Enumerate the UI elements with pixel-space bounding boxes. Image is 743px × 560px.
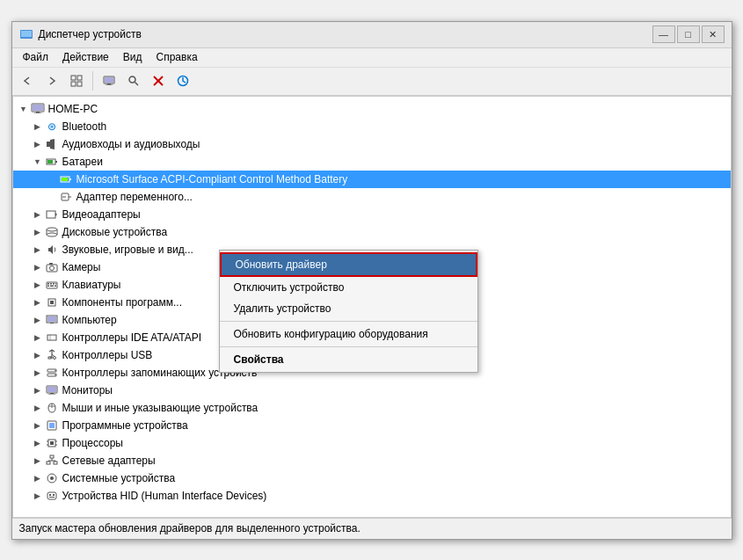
adapter-icon — [59, 190, 73, 204]
maximize-button[interactable]: □ — [677, 25, 700, 43]
processor-toggle[interactable]: ▶ — [31, 436, 45, 450]
context-menu: Обновить драйвер Отключить устройство Уд… — [219, 250, 478, 373]
menu-action[interactable]: Действие — [55, 49, 116, 65]
battery-toggle[interactable]: ▼ — [31, 155, 45, 169]
battery-icon — [45, 155, 59, 169]
svg-point-33 — [47, 233, 57, 236]
back-button[interactable] — [16, 69, 39, 92]
audio-toggle[interactable]: ▶ — [31, 137, 45, 151]
svg-rect-64 — [47, 387, 56, 392]
computer2-icon — [45, 313, 59, 327]
svg-rect-86 — [47, 492, 56, 499]
close-button[interactable]: ✕ — [702, 25, 725, 43]
svg-rect-78 — [47, 462, 50, 464]
ctx-refresh-hardware[interactable]: Обновить конфигурацию оборудования — [220, 324, 477, 345]
tree-item-system[interactable]: ▶ Системные устройства — [13, 469, 731, 487]
tree-item-battery-child1[interactable]: Microsoft Surface ACPI-Compliant Control… — [13, 171, 731, 188]
svg-rect-1 — [21, 31, 32, 37]
tree-item-processor[interactable]: ▶ Процессоры — [13, 434, 731, 452]
svg-point-62 — [55, 374, 56, 375]
svg-rect-41 — [47, 283, 49, 285]
battery-child1-label: Microsoft Surface ACPI-Compliant Control… — [76, 173, 348, 185]
camera-toggle[interactable]: ▶ — [31, 260, 45, 274]
svg-rect-10 — [106, 85, 113, 86]
mouse-toggle[interactable]: ▶ — [31, 401, 45, 415]
svg-rect-8 — [105, 77, 113, 83]
tree-item-disk[interactable]: ▶ Дисковые устройства — [13, 223, 731, 241]
processor-label: Процессоры — [62, 437, 124, 449]
hid-label: Устройства HID (Human Interface Devices) — [62, 490, 267, 502]
search-button[interactable] — [122, 69, 145, 92]
svg-rect-70 — [49, 423, 55, 428]
ctx-uninstall-device[interactable]: Удалить устройство — [220, 298, 477, 319]
view-button[interactable] — [65, 69, 88, 92]
svg-point-61 — [55, 369, 56, 371]
hid-toggle[interactable]: ▶ — [31, 489, 45, 503]
tree-root[interactable]: ▼ HOME-PC — [13, 100, 731, 118]
monitor-toggle[interactable]: ▶ — [31, 383, 45, 397]
tree-item-mouse[interactable]: ▶ Мыши и иные указывающие устройства — [13, 399, 731, 417]
tree-item-hid[interactable]: ▶ Устройства HID (Human Interface Device… — [13, 487, 731, 505]
disk-toggle[interactable]: ▶ — [31, 225, 45, 239]
storage-toggle[interactable]: ▶ — [31, 366, 45, 380]
tree-item-audio[interactable]: ▶ Аудиовходы и аудиовыходы — [13, 135, 731, 153]
computer-button[interactable] — [98, 69, 120, 92]
ctx-disable-device[interactable]: Отключить устройство — [220, 277, 477, 298]
usb-icon — [45, 348, 59, 362]
tree-item-program[interactable]: ▶ Программные устройства — [13, 417, 731, 434]
forward-button[interactable] — [40, 69, 63, 92]
mouse-icon — [45, 401, 59, 415]
tree-item-network[interactable]: ▶ Сетевые адаптеры — [13, 452, 731, 469]
video-toggle[interactable]: ▶ — [31, 207, 45, 222]
svg-point-38 — [49, 265, 54, 270]
status-text: Запуск мастера обновления драйверов для … — [19, 522, 361, 535]
system-label: Системные устройства — [62, 472, 176, 484]
svg-rect-25 — [62, 178, 68, 181]
menu-bar: Файл Действие Вид Справка — [12, 48, 732, 68]
svg-rect-87 — [49, 494, 51, 496]
tree-item-battery[interactable]: ▼ Батареи — [13, 153, 731, 171]
tree-item-video[interactable]: ▶ Видеоадаптеры — [13, 206, 731, 223]
monitor-label: Мониторы — [62, 384, 113, 396]
svg-rect-66 — [48, 394, 55, 395]
remove-button[interactable] — [147, 69, 170, 92]
component-icon — [45, 295, 59, 309]
component-toggle[interactable]: ▶ — [31, 295, 45, 309]
network-toggle[interactable]: ▶ — [31, 454, 45, 468]
svg-rect-2 — [23, 38, 30, 39]
svg-rect-5 — [71, 82, 76, 86]
disk-icon — [45, 225, 59, 239]
device-manager-window: Диспетчер устройств — □ ✕ Файл Действие … — [11, 21, 732, 540]
ide-label: Контроллеры IDE ATA/ATAPI — [62, 331, 202, 344]
tree-item-battery-child2[interactable]: Адаптер переменного... — [13, 188, 731, 206]
system-toggle[interactable]: ▶ — [31, 471, 45, 485]
window-icon — [19, 27, 33, 41]
hid-icon — [45, 489, 59, 503]
svg-rect-88 — [53, 494, 55, 496]
ide-toggle[interactable]: ▶ — [31, 331, 45, 345]
menu-help[interactable]: Справка — [149, 49, 205, 65]
svg-rect-65 — [50, 393, 54, 394]
usb-toggle[interactable]: ▶ — [31, 348, 45, 362]
keyboard-toggle[interactable]: ▶ — [31, 278, 45, 292]
main-content: ▼ HOME-PC ▶ ⊛ Bluetooth — [12, 96, 732, 518]
computer-toggle[interactable]: ▶ — [31, 313, 45, 327]
svg-rect-45 — [47, 285, 49, 287]
svg-rect-39 — [49, 263, 53, 265]
ctx-update-driver[interactable]: Обновить драйвер — [220, 252, 477, 277]
svg-rect-17 — [33, 105, 43, 111]
update-button[interactable] — [171, 69, 194, 92]
menu-file[interactable]: Файл — [16, 49, 56, 65]
root-label: HOME-PC — [48, 103, 98, 115]
ctx-properties[interactable]: Свойства — [220, 349, 477, 370]
system-icon — [45, 471, 59, 485]
minimize-button[interactable]: — — [652, 25, 675, 43]
bluetooth-toggle[interactable]: ▶ — [31, 120, 45, 134]
menu-view[interactable]: Вид — [116, 49, 149, 65]
tree-item-monitor[interactable]: ▶ Мониторы — [13, 382, 731, 399]
root-toggle[interactable]: ▼ — [17, 102, 31, 116]
sound-toggle[interactable]: ▶ — [31, 243, 45, 257]
program-toggle[interactable]: ▶ — [31, 418, 45, 433]
tree-item-bluetooth[interactable]: ▶ ⊛ Bluetooth — [13, 118, 731, 135]
svg-rect-4 — [77, 76, 82, 80]
